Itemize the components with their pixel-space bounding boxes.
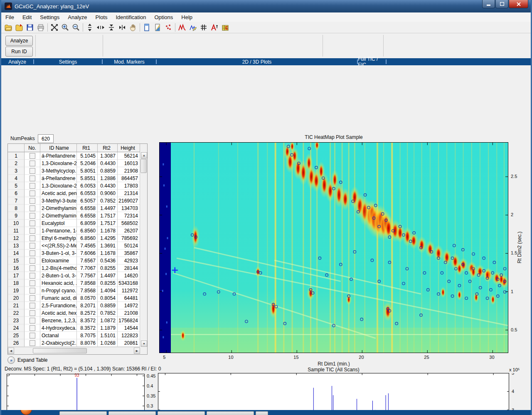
tab-full-tic-eic[interactable]: Full TIC / EIC (358, 58, 386, 65)
table-row[interactable]: 6Acetic acid, pen...6.05530.906021314 (8, 190, 147, 197)
row-checkbox[interactable] (30, 295, 35, 301)
save-icon[interactable] (25, 22, 35, 33)
row-checkbox[interactable] (30, 243, 35, 249)
scroll-left-arrow[interactable]: ◀ (8, 348, 14, 354)
table-row[interactable]: 4á-Phellandrene5.85511.2886864457 (8, 175, 147, 182)
expand-table-button[interactable]: » Expand Table (7, 356, 48, 364)
table-row[interactable]: 172-Buten-1-ol, 3-...7.75671.449714620 (8, 272, 147, 279)
row-checkbox-cell[interactable] (25, 294, 40, 302)
table-vscrollbar[interactable]: ▲▼ (140, 152, 147, 347)
row-checkbox[interactable] (30, 310, 35, 316)
row-checkbox-cell[interactable] (25, 317, 40, 324)
peak-overlay-icon[interactable] (177, 22, 187, 33)
table-row[interactable]: 23Benzene, 1,2,3,...8.35721.08721756824 (8, 317, 147, 324)
column-header-rt1[interactable]: Rt1 (77, 144, 98, 152)
row-checkbox-cell[interactable] (25, 302, 40, 309)
table-row[interactable]: 18Hexanoic acid, ...7.85680.82555343168 (8, 279, 147, 287)
grid-icon[interactable] (198, 22, 209, 33)
row-checkbox-cell[interactable] (25, 324, 40, 332)
row-checkbox-cell[interactable] (25, 332, 40, 339)
row-checkbox-cell[interactable] (25, 182, 40, 190)
row-checkbox[interactable] (30, 325, 35, 331)
row-checkbox[interactable] (30, 303, 35, 309)
row-checkbox[interactable] (30, 333, 35, 338)
tab-mod-markers[interactable]: Mod. Markers (103, 58, 156, 65)
table-row[interactable]: 51,3-Dioxolane-2...6.00530.443017803 (8, 182, 147, 190)
open-file-icon[interactable] (3, 22, 14, 33)
expand-horizontal-icon[interactable] (95, 22, 106, 33)
table-row[interactable]: 92-Dimethylamino...6.65581.751772314 (8, 212, 147, 220)
row-checkbox[interactable] (30, 190, 35, 196)
row-checkbox-cell[interactable] (25, 235, 40, 242)
row-checkbox-cell[interactable] (25, 160, 40, 167)
row-checkbox-cell[interactable] (25, 264, 40, 272)
menu-settings[interactable]: Settings (36, 13, 64, 21)
table-row[interactable]: 111-Pentanone, 1-...6.85601.167826207 (8, 227, 147, 235)
column-header-rt2[interactable]: Rt2 (98, 144, 118, 152)
table-row[interactable]: 21,3-Dioxolane-2...5.20460.443016013 (8, 160, 147, 167)
row-checkbox[interactable] (30, 318, 35, 324)
row-checkbox[interactable] (30, 161, 35, 166)
table-row[interactable]: 262-Oxabicyclo[2....8.80761.026820861 (8, 339, 147, 347)
menu-edit[interactable]: Edit (18, 13, 36, 21)
table-row[interactable]: 73-Methyl-3-bute...6.50570.78522169027 (8, 197, 147, 205)
numpeaks-input[interactable]: 620 (38, 134, 54, 143)
table-row[interactable]: 1á-Phellandrene5.10451.308756214 (8, 152, 147, 160)
row-checkbox[interactable] (30, 273, 35, 279)
tab-2d-3d-plots[interactable]: 2D / 3D Plots (157, 58, 357, 65)
row-checkbox[interactable] (30, 220, 35, 226)
column-header-height[interactable]: Height (118, 144, 140, 152)
table-row[interactable]: 13<<(2R,5S)-2-Me...7.45651.369150124 (8, 242, 147, 249)
column-header-no[interactable]: No. (25, 144, 40, 152)
minimize-button[interactable] (482, 0, 495, 8)
peak-pick-icon[interactable] (187, 22, 198, 33)
row-checkbox-cell[interactable] (25, 212, 40, 220)
scroll-right-arrow[interactable]: ▶ (134, 348, 140, 354)
row-checkbox[interactable] (30, 205, 35, 211)
row-checkbox-cell[interactable] (25, 190, 40, 197)
row-checkbox-cell[interactable] (25, 227, 40, 235)
row-checkbox[interactable] (30, 265, 35, 271)
close-button[interactable] (509, 0, 528, 8)
scatter-markers-icon[interactable] (163, 22, 174, 33)
row-checkbox[interactable] (30, 153, 35, 159)
row-checkbox-cell[interactable] (25, 257, 40, 264)
row-checkbox-cell[interactable] (25, 272, 40, 279)
scroll-thumb[interactable] (33, 348, 87, 353)
zoom-in-icon[interactable] (60, 22, 71, 33)
row-checkbox-cell[interactable] (25, 175, 40, 182)
table-row[interactable]: 212,5-Furandione,...8.20710.885914972 (8, 302, 147, 309)
table-row[interactable]: 12Ethyl 6-methylp...6.85601.4295785692 (8, 235, 147, 242)
row-checkbox[interactable] (30, 198, 35, 204)
column-header-idname[interactable]: ID Name (40, 144, 77, 152)
table-row[interactable]: 161,2-Bis(4-metho...7.70670.825528144 (8, 264, 147, 272)
row-checkbox-cell[interactable] (25, 279, 40, 287)
table-row[interactable]: 20Fumaric acid, di...8.05700.805464481 (8, 294, 147, 302)
row-checkbox[interactable] (30, 228, 35, 234)
row-checkbox[interactable] (30, 175, 35, 181)
table-row[interactable]: 33-Methylcyclop...5.80510.885921908 (8, 167, 147, 175)
row-checkbox[interactable] (30, 213, 35, 219)
row-checkbox[interactable] (30, 258, 35, 264)
scroll-up-arrow[interactable]: ▲ (141, 152, 147, 158)
expand-vertical-icon[interactable] (84, 22, 95, 33)
tic-heatmap-plot[interactable] (159, 142, 508, 353)
tab-analyze[interactable]: Analyze (1, 58, 33, 65)
menu-file[interactable]: File (1, 13, 18, 21)
table-row[interactable]: 22Acetic acid, hex...8.25720.785221008 (8, 309, 147, 317)
shrink-vertical-icon[interactable] (106, 22, 117, 33)
table-row[interactable]: 82-Dimethylamino...6.65581.4497134703 (8, 205, 147, 212)
menu-options[interactable]: Options (150, 13, 177, 21)
row-checkbox-cell[interactable] (25, 309, 40, 317)
table-row[interactable]: 25Octanal8.70751.5101122823 (8, 332, 147, 339)
menu-plots[interactable]: Plots (91, 13, 112, 21)
table-row[interactable]: 143-Buten-1-ol, 3-...7.60661.167835867 (8, 249, 147, 257)
row-checkbox[interactable] (30, 235, 35, 241)
table-row[interactable]: 10Eucalyptol6.80591.7517568502 (8, 220, 147, 227)
row-checkbox-cell[interactable] (25, 152, 40, 160)
row-checkbox[interactable] (30, 288, 35, 294)
peak-find-icon[interactable] (209, 22, 220, 33)
menu-identification[interactable]: Identification (112, 13, 150, 21)
row-checkbox-cell[interactable] (25, 220, 40, 227)
scroll-thumb[interactable] (140, 159, 147, 173)
